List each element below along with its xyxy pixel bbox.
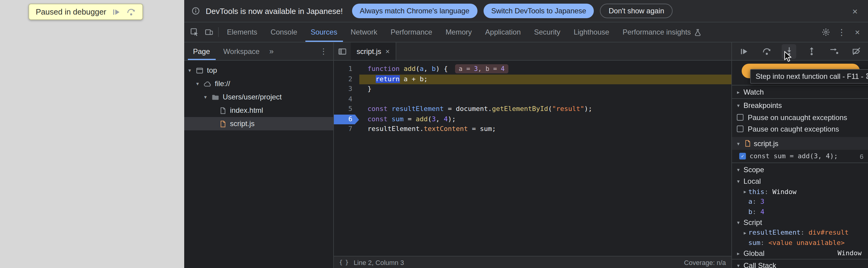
file-tab-script-js[interactable]: script.js × — [350, 42, 396, 60]
paused-in-debugger-banner: Paused in debugger — [29, 4, 143, 20]
disclosure-open-icon[interactable]: ▾ — [186, 67, 193, 73]
checkbox[interactable] — [737, 125, 743, 132]
disclosure-closed-icon[interactable]: ▸ — [735, 250, 742, 256]
disclosure-closed-icon[interactable]: ▸ — [742, 189, 748, 195]
breakpoint-checkbox[interactable] — [739, 153, 746, 159]
section-header-scope[interactable]: ▾Scope — [732, 162, 868, 176]
inspect-icon[interactable] — [187, 25, 202, 39]
scope-variable-resultelement[interactable]: ▸resultElement: div#result — [732, 228, 868, 238]
tree-item-label: file:// — [214, 80, 230, 88]
code-token: ( — [548, 105, 552, 113]
tab-performance-insights[interactable]: Performance insights — [616, 23, 708, 42]
line-number[interactable]: 4 — [334, 94, 359, 104]
disclosure-open-icon[interactable]: ▾ — [202, 94, 209, 100]
kebab-menu-icon[interactable]: ⋮ — [834, 25, 849, 39]
main-tabbar-tabs: ElementsConsoleSourcesNetworkPerformance… — [220, 23, 708, 42]
tab-lighthouse[interactable]: Lighthouse — [567, 23, 616, 42]
tab-label: Application — [485, 28, 521, 36]
step-over-icon — [762, 47, 771, 56]
tab-sources[interactable]: Sources — [304, 23, 344, 42]
step-out-button[interactable] — [804, 44, 818, 59]
tab-performance[interactable]: Performance — [384, 23, 439, 42]
pretty-print-icon[interactable]: { } — [339, 259, 348, 266]
step-icon — [829, 47, 838, 56]
resume-button[interactable] — [737, 44, 751, 59]
breakpoint-entry[interactable]: const sum = add(3, 4);6 — [732, 150, 868, 162]
step-over-button[interactable] — [759, 44, 774, 59]
tab-label: Performance — [391, 28, 432, 36]
line-number[interactable]: 1 — [334, 64, 359, 74]
tree-item-file[interactable]: ▾file:// — [184, 77, 333, 90]
section-header-watch[interactable]: ▸Watch — [732, 85, 868, 98]
checkbox-pause-on-caught-exceptions[interactable]: Pause on caught exceptions — [732, 123, 868, 135]
tab-memory[interactable]: Memory — [439, 23, 479, 42]
checkbox-label: Pause on uncaught exceptions — [748, 113, 847, 122]
scope-section-value: Window — [838, 249, 866, 257]
disclosure-open-icon[interactable]: ▾ — [735, 178, 742, 184]
breakpoint-marker[interactable]: 6 — [334, 114, 359, 124]
section-header-call-stack[interactable]: ▾Call Stack — [732, 259, 868, 268]
tree-item-users-user-project[interactable]: ▾Users/user/project — [184, 90, 333, 104]
code-token: add — [416, 115, 428, 123]
disclosure-open-icon[interactable]: ▾ — [735, 167, 742, 173]
disclosure-closed-icon[interactable]: ▸ — [742, 230, 748, 236]
disclosure-open-icon[interactable]: ▾ — [735, 102, 742, 108]
tree-item-index-html[interactable]: index.html — [184, 104, 333, 117]
colon: : — [752, 208, 761, 216]
settings-gear-icon[interactable] — [818, 25, 833, 39]
tab-console[interactable]: Console — [264, 23, 304, 42]
code-token: ( — [428, 115, 432, 123]
tab-network[interactable]: Network — [344, 23, 384, 42]
disclosure-open-icon[interactable]: ▾ — [735, 219, 742, 225]
tree-item-label: index.html — [229, 106, 263, 115]
scope-section-local[interactable]: ▾Local — [732, 176, 868, 187]
navigator-tab-workspace[interactable]: Workspace — [217, 42, 266, 60]
resume-icon[interactable] — [113, 7, 121, 16]
tab-application[interactable]: Application — [478, 23, 527, 42]
navigator-toggle-icon[interactable] — [335, 44, 349, 59]
infobar-close-icon[interactable]: × — [849, 6, 861, 16]
line-number[interactable]: 3 — [334, 84, 359, 94]
disclosure-open-icon[interactable]: ▾ — [735, 140, 742, 146]
step-over-icon[interactable] — [127, 7, 136, 17]
navigator-menu-icon[interactable]: ⋮ — [314, 42, 333, 60]
checkbox-pause-on-uncaught-exceptions[interactable]: Pause on uncaught exceptions — [732, 112, 868, 123]
device-toolbar-icon[interactable] — [202, 25, 216, 39]
code-token: function — [368, 65, 400, 73]
tab-security[interactable]: Security — [527, 23, 567, 42]
section-header-breakpoints[interactable]: ▾Breakpoints — [732, 98, 868, 112]
close-tab-icon[interactable]: × — [385, 47, 390, 56]
section-label: Call Stack — [743, 261, 776, 268]
line-number[interactable]: 7 — [334, 124, 359, 134]
checkbox[interactable] — [737, 114, 743, 121]
tree-item-label: Users/user/project — [221, 93, 282, 101]
line-number[interactable]: 5 — [334, 104, 359, 114]
navigator-tabs: PageWorkspace — [186, 42, 266, 60]
scope-section-global[interactable]: ▸GlobalWindow — [732, 248, 868, 259]
infobar-button-always-match-chrome-s-language[interactable]: Always match Chrome's language — [352, 4, 477, 18]
step-button[interactable] — [827, 44, 841, 59]
line-number[interactable]: 2 — [334, 74, 359, 84]
code-line-1: 1function add(a, b) {a = 3, b = 4 — [334, 64, 731, 74]
disclosure-closed-icon[interactable]: ▸ — [735, 89, 742, 95]
code-token: getElementById — [492, 105, 548, 113]
infobar-button-switch-devtools-to-japanese[interactable]: Switch DevTools to Japanese — [483, 4, 594, 18]
infobar-button-don-t-show-again[interactable]: Don't show again — [600, 4, 673, 18]
tab-elements[interactable]: Elements — [220, 23, 264, 42]
tree-item-top[interactable]: ▾top — [184, 64, 333, 77]
tab-label: Network — [350, 28, 377, 36]
disclosure-open-icon[interactable]: ▾ — [194, 81, 201, 87]
flask-icon — [694, 28, 702, 36]
step-into-tooltip: Step into next function call - F11 - ⌘ ; — [750, 69, 868, 84]
debugger-pane: ▸Watch▾BreakpointsPause on uncaught exce… — [731, 42, 868, 268]
coverage-status: Coverage: n/a — [684, 259, 726, 266]
tree-item-script-js[interactable]: script.js — [184, 117, 333, 130]
disclosure-open-icon[interactable]: ▾ — [735, 263, 742, 268]
close-devtools-icon[interactable]: × — [850, 25, 865, 39]
navigator-tab-page[interactable]: Page — [186, 42, 217, 60]
scope-variable-this[interactable]: ▸this: Window — [732, 187, 868, 197]
scope-section-script[interactable]: ▾Script — [732, 217, 868, 228]
deactivate-breakpoints-button[interactable] — [849, 44, 864, 59]
more-tabs-icon[interactable]: » — [266, 42, 277, 60]
breakpoint-group-script-js[interactable]: ▾script.js — [732, 137, 868, 150]
